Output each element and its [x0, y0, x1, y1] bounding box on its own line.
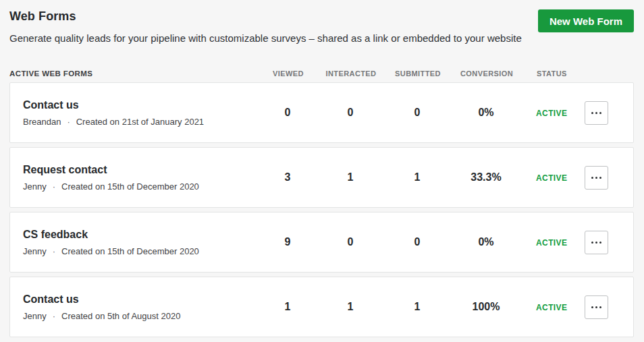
column-header-status: STATUS — [526, 69, 585, 78]
viewed-count: 3 — [262, 171, 313, 183]
status-badge: ACTIVE — [536, 173, 567, 183]
form-created-date: Created on 15th of December 2020 — [61, 246, 199, 257]
viewed-count: 0 — [262, 107, 313, 119]
form-meta: Jenny · Created on 5th of August 2020 — [23, 311, 262, 322]
form-title[interactable]: Contact us — [23, 293, 262, 306]
ellipsis-icon — [591, 306, 601, 308]
form-created-date: Created on 5th of August 2020 — [61, 311, 180, 322]
submitted-count: 0 — [387, 236, 447, 248]
form-created-date: Created on 21st of January 2021 — [76, 117, 204, 127]
interacted-count: 1 — [313, 301, 387, 313]
form-title[interactable]: Contact us — [23, 98, 262, 112]
interacted-count: 0 — [313, 236, 387, 248]
status-cell: ACTIVE — [525, 236, 585, 248]
actions-cell — [585, 295, 633, 319]
status-cell: ACTIVE — [525, 107, 585, 119]
form-meta: Breandan · Created on 21st of January 20… — [23, 117, 262, 127]
row-options-button[interactable] — [585, 295, 608, 319]
form-name-cell: CS feedback Jenny · Created on 15th of D… — [10, 228, 262, 257]
ellipsis-icon — [591, 112, 601, 114]
actions-cell — [585, 101, 633, 125]
form-owner: Jenny — [23, 181, 47, 192]
viewed-count: 1 — [262, 301, 313, 313]
web-form-row: CS feedback Jenny · Created on 15th of D… — [9, 212, 634, 273]
form-name-cell: Contact us Jenny · Created on 5th of Aug… — [10, 293, 262, 322]
table-header-row: ACTIVE WEB FORMS VIEWED INTERACTED SUBMI… — [9, 65, 634, 82]
conversion-rate: 33.3% — [447, 171, 525, 183]
submitted-count: 1 — [387, 171, 447, 183]
conversion-rate: 0% — [447, 107, 525, 119]
submitted-count: 0 — [387, 107, 447, 119]
ellipsis-icon — [591, 177, 601, 179]
web-form-row: Request contact Jenny · Created on 15th … — [9, 147, 634, 208]
status-cell: ACTIVE — [525, 171, 585, 183]
new-web-form-button[interactable]: New Web Form — [538, 9, 634, 32]
meta-separator: · — [53, 311, 55, 322]
row-options-button[interactable] — [585, 166, 608, 190]
column-header-viewed: VIEWED — [263, 69, 314, 78]
actions-cell — [585, 166, 633, 190]
conversion-rate: 0% — [447, 236, 525, 248]
row-options-button[interactable] — [585, 101, 608, 125]
form-name-cell: Contact us Breandan · Created on 21st of… — [10, 98, 262, 127]
form-name-cell: Request contact Jenny · Created on 15th … — [10, 163, 262, 192]
form-owner: Breandan — [23, 117, 61, 127]
interacted-count: 0 — [313, 107, 387, 119]
web-form-row: Contact us Jenny · Created on 5th of Aug… — [9, 277, 634, 337]
page-subtitle: Generate quality leads for your pipeline… — [9, 32, 634, 45]
form-owner: Jenny — [23, 246, 47, 257]
form-meta: Jenny · Created on 15th of December 2020 — [23, 246, 262, 257]
actions-cell — [585, 231, 633, 254]
row-options-button[interactable] — [585, 231, 608, 254]
form-title[interactable]: CS feedback — [23, 228, 262, 241]
form-created-date: Created on 15th of December 2020 — [61, 181, 199, 192]
web-forms-page: Web Forms Generate quality leads for you… — [0, 0, 644, 342]
status-cell: ACTIVE — [525, 301, 585, 313]
form-meta: Jenny · Created on 15th of December 2020 — [23, 181, 262, 192]
meta-separator: · — [53, 246, 55, 257]
column-header-submitted: SUBMITTED — [388, 69, 448, 78]
form-title[interactable]: Request contact — [23, 163, 262, 177]
viewed-count: 9 — [262, 236, 313, 248]
ellipsis-icon — [591, 241, 601, 244]
status-badge: ACTIVE — [536, 238, 567, 248]
status-badge: ACTIVE — [536, 109, 567, 118]
column-header-interacted: INTERACTED — [314, 69, 388, 78]
status-badge: ACTIVE — [536, 303, 567, 312]
interacted-count: 1 — [313, 171, 387, 183]
column-header-active-web-forms: ACTIVE WEB FORMS — [9, 69, 263, 78]
meta-separator: · — [67, 117, 70, 127]
web-form-row: Contact us Breandan · Created on 21st of… — [9, 82, 634, 143]
column-header-conversion: CONVERSION — [448, 69, 526, 78]
conversion-rate: 100% — [447, 301, 525, 313]
meta-separator: · — [53, 181, 55, 192]
submitted-count: 1 — [387, 301, 447, 313]
form-owner: Jenny — [23, 311, 47, 322]
